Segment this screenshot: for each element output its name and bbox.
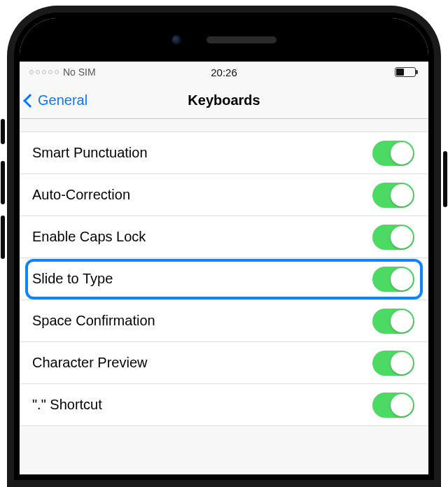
phone-volume-down [1, 216, 5, 259]
toggle-smart-punctuation[interactable] [372, 141, 414, 166]
toggle-auto-correction[interactable] [372, 183, 414, 208]
toggle-knob-icon [391, 184, 413, 206]
phone-mute-switch [1, 119, 5, 144]
carrier-label: No SIM [63, 66, 96, 78]
battery-icon [395, 67, 416, 77]
toggle-knob-icon [391, 394, 413, 416]
phone-power-button [443, 151, 447, 207]
row-label: Enable Caps Lock [32, 229, 372, 245]
phone-frame: No SIM 20:26 General Keyboards Smart Pun… [7, 6, 441, 487]
page-title: Keyboards [188, 92, 260, 108]
settings-list: Smart Punctuation Auto-Correction Enable… [20, 132, 428, 426]
row-slide-to-type: Slide to Type [20, 258, 428, 300]
toggle-knob-icon [391, 226, 413, 248]
row-label: Smart Punctuation [32, 145, 372, 161]
battery-level-icon [396, 69, 404, 76]
back-button[interactable]: General [25, 83, 88, 118]
row-label: Auto-Correction [32, 187, 372, 203]
row-space-confirmation: Space Confirmation [20, 300, 428, 342]
earpiece-speaker-icon [206, 36, 276, 43]
toggle-knob-icon [391, 310, 413, 332]
nav-bar: General Keyboards [20, 83, 428, 119]
front-camera-icon [172, 35, 181, 45]
phone-frame-inner: No SIM 20:26 General Keyboards Smart Pun… [14, 13, 434, 480]
toggle-space-confirmation[interactable] [372, 309, 414, 334]
row-label: Space Confirmation [32, 313, 372, 329]
row-period-shortcut: "." Shortcut [20, 384, 428, 426]
row-label: Character Preview [32, 355, 372, 371]
toggle-knob-icon [391, 268, 413, 290]
toggle-slide-to-type[interactable] [372, 267, 414, 292]
chevron-left-icon [23, 94, 37, 108]
toggle-enable-caps-lock[interactable] [372, 225, 414, 250]
row-smart-punctuation: Smart Punctuation [20, 132, 428, 174]
toggle-character-preview[interactable] [372, 351, 414, 376]
row-label: "." Shortcut [32, 397, 372, 413]
row-label: Slide to Type [32, 271, 372, 287]
phone-sensor-bar [20, 18, 428, 62]
row-character-preview: Character Preview [20, 342, 428, 384]
row-auto-correction: Auto-Correction [20, 174, 428, 216]
toggle-knob-icon [391, 352, 413, 374]
signal-dots-icon [29, 70, 59, 74]
back-label: General [38, 92, 88, 108]
toggle-period-shortcut[interactable] [372, 393, 414, 418]
phone-volume-up [1, 161, 5, 204]
status-bar: No SIM 20:26 [20, 62, 428, 83]
row-enable-caps-lock: Enable Caps Lock [20, 216, 428, 258]
toggle-knob-icon [391, 142, 413, 164]
clock-label: 20:26 [211, 66, 237, 78]
screen: No SIM 20:26 General Keyboards Smart Pun… [20, 18, 428, 474]
